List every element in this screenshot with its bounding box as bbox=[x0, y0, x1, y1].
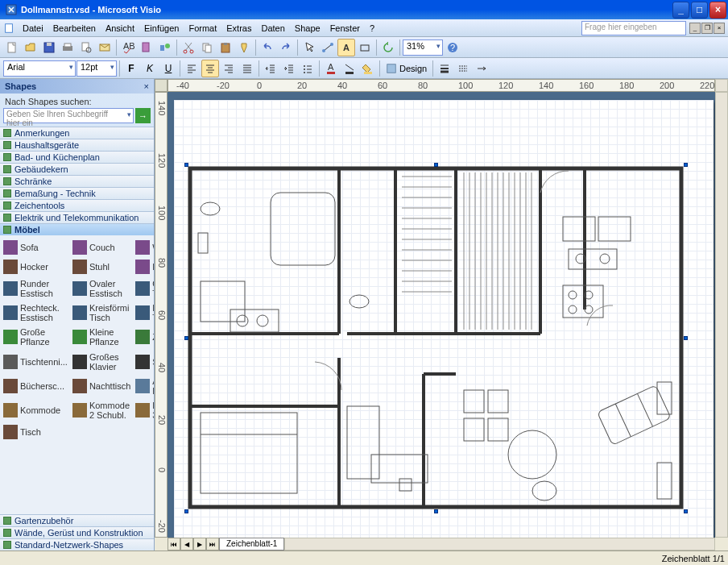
connector-tool-button[interactable] bbox=[319, 39, 337, 56]
shape-item[interactable]: Große Pflanze bbox=[2, 326, 69, 348]
page-first-button[interactable]: ⏮ bbox=[168, 538, 180, 550]
text-tool-button[interactable]: A bbox=[337, 39, 355, 56]
shape-item[interactable]: Quadrati. Tisch bbox=[134, 277, 154, 300]
help-search-input[interactable]: Frage hier eingeben bbox=[581, 21, 686, 35]
stencil-header[interactable]: Bad- und Küchenplan bbox=[0, 151, 154, 163]
research-button[interactable] bbox=[138, 39, 155, 56]
shape-item[interactable]: Kommode 3 Schubl. bbox=[134, 399, 154, 422]
font-name-combo[interactable]: Arial bbox=[3, 60, 76, 77]
help-button[interactable]: ? bbox=[444, 39, 461, 56]
menu-ansicht[interactable]: Ansicht bbox=[101, 22, 139, 35]
justify-button[interactable] bbox=[238, 60, 256, 77]
shape-item[interactable]: Tisch bbox=[2, 423, 69, 441]
shapes-search-input[interactable]: Geben Sie Ihren Suchbegriff hier ein bbox=[3, 108, 134, 123]
stencil-header[interactable]: Möbel bbox=[0, 223, 154, 235]
shapes-close-button[interactable]: × bbox=[144, 81, 149, 91]
stencil-header[interactable]: Anmerkungen bbox=[0, 127, 154, 139]
shape-item[interactable]: Zimmerpfl... bbox=[134, 326, 154, 348]
stencil-header[interactable]: Zeichentools bbox=[0, 199, 154, 211]
copy-button[interactable] bbox=[198, 39, 216, 56]
shape-item[interactable]: Rechteck. Tisch bbox=[134, 301, 154, 324]
page-last-button[interactable]: ⏭ bbox=[206, 538, 219, 550]
stencil-header[interactable]: Elektrik und Telekommunikation bbox=[0, 211, 154, 223]
line-ends-button[interactable] bbox=[473, 60, 490, 77]
stencil-header[interactable]: Schränke bbox=[0, 175, 154, 187]
page-tab[interactable]: Zeichenblatt-1 bbox=[219, 538, 284, 550]
italic-button[interactable]: K bbox=[141, 60, 159, 77]
new-button[interactable] bbox=[3, 39, 21, 56]
close-button[interactable]: × bbox=[709, 2, 726, 19]
menu-fenster[interactable]: Fenster bbox=[325, 22, 365, 35]
shape-item[interactable]: Hocker bbox=[2, 258, 69, 276]
vertical-scrollbar[interactable] bbox=[715, 92, 728, 538]
minimize-button[interactable]: _ bbox=[672, 2, 689, 19]
shape-item[interactable]: Stuhl bbox=[71, 258, 132, 276]
print-button[interactable] bbox=[59, 39, 77, 56]
stencil-header[interactable]: Gartenzubehör bbox=[0, 514, 154, 526]
align-right-button[interactable] bbox=[220, 60, 238, 77]
shape-item[interactable]: Sofa bbox=[2, 239, 69, 256]
shape-item[interactable]: Tischtenni... bbox=[2, 351, 69, 373]
save-button[interactable] bbox=[40, 39, 58, 56]
page-next-button[interactable]: ▶ bbox=[193, 538, 206, 550]
zoom-combo[interactable]: 31% bbox=[403, 39, 443, 56]
increase-indent-button[interactable] bbox=[280, 60, 298, 77]
email-button[interactable] bbox=[96, 39, 114, 56]
shape-item[interactable]: Ruhesessel bbox=[134, 258, 154, 276]
menu-einfuegen[interactable]: Einfügen bbox=[139, 22, 184, 35]
stencil-header[interactable]: Standard-Netzwerk-Shapes bbox=[0, 538, 154, 550]
menu-extras[interactable]: Extras bbox=[221, 22, 256, 35]
shape-item[interactable]: Rechteck. Esstisch bbox=[2, 301, 69, 324]
paste-button[interactable] bbox=[217, 39, 234, 56]
menu-format[interactable]: Format bbox=[184, 22, 221, 35]
align-center-button[interactable] bbox=[201, 60, 219, 77]
shape-item[interactable]: Ovaler Esstisch bbox=[71, 277, 132, 300]
format-painter-button[interactable] bbox=[235, 39, 253, 56]
shape-item[interactable]: Kleine Pflanze bbox=[71, 326, 132, 348]
shape-item[interactable]: Büchersc... bbox=[2, 375, 69, 397]
menu-shape[interactable]: Shape bbox=[290, 22, 325, 35]
page-prev-button[interactable]: ◀ bbox=[180, 538, 193, 550]
bullets-button[interactable] bbox=[299, 60, 316, 77]
canvas-viewport[interactable] bbox=[168, 92, 715, 538]
mdi-minimize[interactable]: _ bbox=[689, 23, 701, 34]
design-button[interactable]: Design bbox=[383, 60, 430, 77]
shape-item[interactable]: Spinettkl... bbox=[134, 351, 154, 373]
shape-item[interactable]: Kreisförmi Tisch bbox=[71, 301, 132, 324]
line-color-button[interactable] bbox=[341, 60, 358, 77]
shape-item[interactable]: Wohnzim... bbox=[134, 239, 154, 256]
stencil-header[interactable]: Wände, Gerüst und Konstruktion bbox=[0, 526, 154, 538]
fill-color-button[interactable] bbox=[359, 60, 377, 77]
shapes-search-go-button[interactable]: → bbox=[135, 108, 151, 123]
underline-button[interactable]: U bbox=[159, 60, 177, 77]
shape-item[interactable]: Kommode 2 Schubl. bbox=[71, 399, 132, 422]
shape-item[interactable]: Kommode bbox=[2, 399, 69, 422]
mdi-close[interactable]: × bbox=[714, 23, 725, 34]
shape-item[interactable]: Couch bbox=[71, 239, 132, 256]
horizontal-scrollbar[interactable] bbox=[284, 538, 715, 550]
shapes-button[interactable] bbox=[156, 39, 174, 56]
pointer-tool-button[interactable] bbox=[300, 39, 318, 56]
stencil-header[interactable]: Bemaßung - Technik bbox=[0, 187, 154, 199]
shape-item[interactable]: Nachttisch bbox=[71, 375, 132, 397]
mdi-restore[interactable]: ❐ bbox=[701, 23, 713, 34]
menu-bearbeiten[interactable]: Bearbeiten bbox=[48, 22, 101, 35]
decrease-indent-button[interactable] bbox=[262, 60, 279, 77]
stencil-header[interactable]: Gebäudekern bbox=[0, 163, 154, 175]
bold-button[interactable]: F bbox=[122, 60, 140, 77]
stencil-header[interactable]: Haushaltsgeräte bbox=[0, 139, 154, 151]
font-color-button[interactable]: A bbox=[322, 60, 340, 77]
shape-item[interactable]: Großes Klavier bbox=[71, 351, 132, 373]
menu-daten[interactable]: Daten bbox=[256, 22, 289, 35]
cut-button[interactable] bbox=[180, 39, 197, 56]
floor-plan-drawing[interactable] bbox=[186, 164, 685, 511]
rectangle-tool-button[interactable] bbox=[356, 39, 374, 56]
redo-button[interactable] bbox=[277, 39, 295, 56]
spelling-button[interactable]: AB bbox=[119, 39, 137, 56]
print-preview-button[interactable] bbox=[77, 39, 95, 56]
rotate-button[interactable] bbox=[379, 39, 397, 56]
open-button[interactable] bbox=[22, 39, 39, 56]
drawing-page[interactable] bbox=[174, 100, 714, 538]
menu-help[interactable]: ? bbox=[365, 22, 379, 35]
line-weight-button[interactable] bbox=[436, 60, 453, 77]
